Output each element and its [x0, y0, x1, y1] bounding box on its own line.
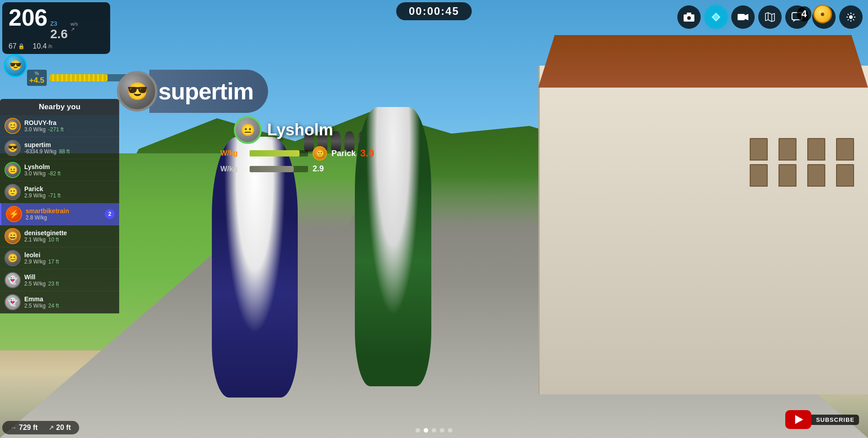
rider-avatar: 😊	[4, 118, 21, 134]
player-avatar: 😎	[4, 54, 27, 77]
rider-row[interactable]: 😊 ROUVY-fra 3.0 W/kg -271 ft	[0, 115, 119, 137]
window	[807, 138, 825, 161]
window	[836, 138, 854, 161]
rider-name: Lysholm	[24, 163, 115, 170]
player-avatar-icon: 😎	[9, 60, 22, 72]
rider-wkg: 2.8 W/kg	[26, 215, 47, 221]
supertim-avatar: 😎	[117, 71, 157, 112]
diamond-button[interactable]	[704, 5, 728, 29]
rider-info: Will 2.5 W/kg 23 ft	[24, 273, 115, 287]
rider-info: supertim -6334.9 W/kg 88 ft	[24, 141, 115, 155]
effort-value: +4.5	[29, 76, 45, 85]
race-timer: 00:00:45	[396, 2, 472, 20]
svg-marker-6	[745, 14, 748, 20]
play-icon	[795, 415, 803, 424]
svg-rect-1	[687, 13, 691, 15]
rider-wkg: 3.0 W/kg	[24, 126, 45, 133]
window	[807, 164, 825, 187]
power-value: 206	[9, 6, 48, 29]
rider-row[interactable]: 😄 denisetginette 2.1 W/kg 10 ft	[0, 225, 119, 247]
power-zone: Z3	[50, 20, 68, 27]
rider-info: Lysholm 3.0 W/kg -82 ft	[24, 163, 115, 177]
window	[836, 164, 854, 187]
lysholm-name: Lysholm	[267, 121, 333, 139]
rider-dist: 88 ft	[59, 148, 69, 155]
arrow-up-icon: ↗	[49, 424, 54, 431]
supertim-name-bg: supertim	[149, 70, 268, 113]
rider-avatar: 😄	[4, 228, 21, 244]
gear-icon	[846, 12, 856, 22]
lock-icon: 🔒	[18, 43, 25, 49]
rider-wkg: 2.9 W/kg	[24, 192, 45, 199]
svg-rect-5	[738, 14, 745, 20]
rider-badge: 2	[105, 209, 115, 219]
effort-bar-container: % +4.5	[27, 70, 130, 86]
wkg-bars-overlay: W/kg 🙂 Parick 3.0 W/kg 2.9	[220, 146, 374, 174]
rider-stats: 3.0 W/kg -271 ft	[24, 126, 115, 133]
speed-unit: w/s ↗	[71, 21, 78, 32]
player-avatar-circle: 😎	[4, 54, 27, 77]
rider-row[interactable]: 😊 leolei 2.9 W/kg 17 ft	[0, 247, 119, 269]
rider-dist: -71 ft	[48, 192, 60, 199]
rider-stats: -6334.9 W/kg 88 ft	[24, 148, 115, 155]
map-button[interactable]	[758, 5, 782, 29]
supertim-name-badge[interactable]: 😎 supertim	[117, 70, 268, 113]
rider-row[interactable]: 👻 Will 2.5 W/kg 23 ft	[0, 269, 119, 291]
rider-stats: 2.5 W/kg 24 ft	[24, 303, 115, 309]
wkg-bar-bg-2	[250, 166, 308, 172]
rider-row[interactable]: 🙂 Parick 2.9 W/kg -71 ft	[0, 181, 119, 203]
rider-wkg: 2.1 W/kg	[24, 237, 45, 243]
wkg-value-2: 2.9	[313, 164, 324, 174]
cadence-value: 67	[9, 42, 17, 50]
video-button[interactable]	[731, 5, 755, 29]
rider-avatar: 😎	[4, 140, 21, 156]
window	[779, 164, 796, 187]
view-mode-button[interactable]	[677, 5, 701, 29]
youtube-subscribe[interactable]: SUBSCRIBE	[785, 410, 859, 429]
subscribe-text: SUBSCRIBE	[811, 415, 859, 425]
rider-name: Will	[24, 273, 115, 281]
wkg-label-1: W/kg	[220, 149, 245, 157]
total-distance: → 729 ft	[10, 424, 38, 432]
rider-row[interactable]: 😐 Lysholm 3.0 W/kg -82 ft	[0, 159, 119, 181]
wkg-value-1: 3.0	[360, 147, 374, 159]
rider-name: denisetginette	[24, 229, 115, 237]
rider-row[interactable]: 😎 supertim -6334.9 W/kg 88 ft	[0, 137, 119, 159]
power-unit: Z3 2.6	[50, 20, 68, 41]
building-windows	[750, 138, 861, 187]
rider-wkg: 2.9 W/kg	[24, 259, 45, 265]
rider-wkg: 3.0 W/kg	[24, 170, 45, 177]
rider-stats: 2.1 W/kg 10 ft	[24, 237, 115, 243]
cyclist-left	[212, 137, 298, 398]
rider-stats: 2.9 W/kg 17 ft	[24, 259, 115, 265]
rider-name: Emma	[24, 295, 115, 303]
rider-dist: 24 ft	[48, 303, 58, 309]
rider-dist: 17 ft	[48, 259, 58, 265]
rider-name: ROUVY-fra	[24, 119, 115, 126]
rider-name: smartbiketrain	[26, 207, 101, 215]
distance-stat: 10.4 /h	[33, 42, 52, 50]
rider-dist: 10 ft	[48, 237, 58, 243]
svg-marker-7	[765, 13, 774, 22]
gold-count: 4	[797, 6, 811, 22]
settings-button[interactable]	[839, 5, 863, 29]
parick-avatar-wkg: 🙂	[313, 146, 327, 161]
rider-avatar: 🙂	[4, 184, 21, 200]
window	[750, 138, 768, 161]
effort-fill	[49, 74, 108, 81]
gold-badge: 4 ●	[797, 4, 832, 23]
rider-stats: 2.9 W/kg -71 ft	[24, 192, 115, 199]
map-icon	[765, 12, 775, 22]
wkg-bar-fill-2	[250, 166, 294, 172]
lysholm-badge[interactable]: 😐 Lysholm	[234, 116, 333, 144]
toolbar	[677, 5, 863, 29]
rider-avatar: ⚡	[6, 206, 22, 222]
progress-dot	[432, 428, 436, 433]
window	[779, 138, 796, 161]
video-icon	[737, 13, 749, 22]
wkg-row-2: W/kg 2.9	[220, 164, 374, 174]
rider-row[interactable]: 👻 Emma 2.5 W/kg 24 ft	[0, 291, 119, 313]
rider-row-highlighted[interactable]: ⚡ smartbiketrain 2.8 W/kg 2	[0, 203, 119, 225]
svg-point-13	[849, 15, 853, 19]
nearby-panel: Nearby you 😊 ROUVY-fra 3.0 W/kg -271 ft …	[0, 99, 119, 313]
